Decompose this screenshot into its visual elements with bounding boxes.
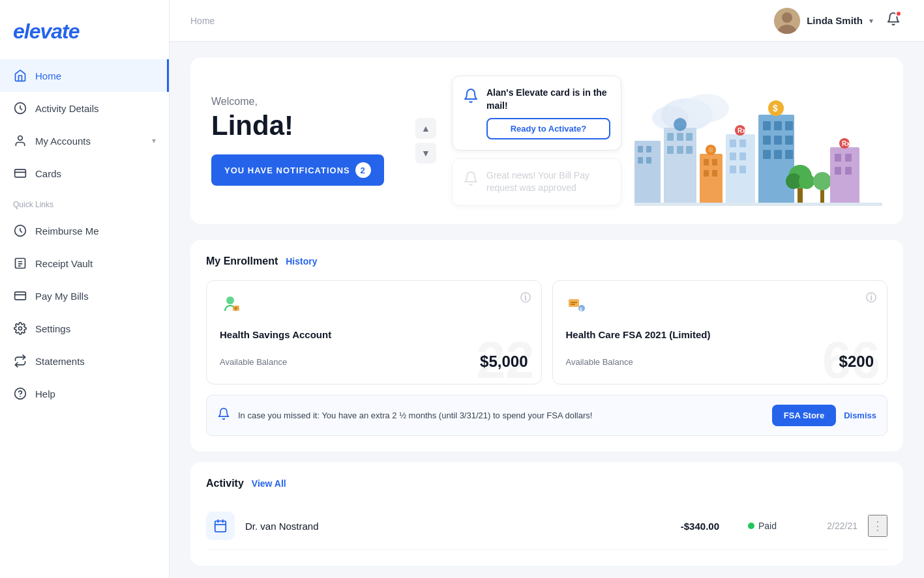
city-svg: Rx $	[634, 76, 882, 206]
avatar	[774, 8, 800, 34]
svg-rect-73	[845, 167, 852, 175]
notif-card-1-content: Alan's Elevate card is in the mail! Read…	[486, 87, 610, 139]
pay-bills-label: Pay My Bills	[35, 291, 89, 302]
welcome-left: Welcome, Linda! YOU HAVE NOTIFICATIONS 2	[211, 76, 413, 206]
sidebar-item-help[interactable]: Help	[0, 377, 169, 410]
sidebar-cards-label: Cards	[35, 168, 61, 179]
svg-rect-29	[667, 146, 674, 154]
sidebar: elevate Home Activity Details My Account…	[0, 0, 170, 578]
svg-rect-72	[835, 167, 841, 175]
sidebar-item-home[interactable]: Home	[0, 59, 169, 92]
svg-rect-48	[739, 166, 746, 173]
welcome-city-illustration: Rx $	[634, 76, 882, 206]
svg-rect-30	[677, 146, 683, 154]
sidebar-item-receipt-vault[interactable]: Receipt Vault	[0, 247, 169, 280]
fsa-icon: $	[566, 294, 874, 319]
welcome-name: Linda!	[211, 110, 413, 141]
carousel-up-button[interactable]: ▲	[415, 118, 436, 139]
cards-icon	[13, 166, 27, 181]
settings-icon	[13, 321, 27, 336]
notification-cards: Alan's Elevate card is in the mail! Read…	[439, 76, 634, 205]
enrollment-cards: ⓘ Health Savings Account Available Balan…	[206, 280, 887, 384]
notif-card-2-text: Great news! Your Bill Pay request was ap…	[486, 169, 610, 195]
activity-row-amount: -$340.00	[654, 521, 719, 532]
sidebar-item-pay-my-bills[interactable]: Pay My Bills	[0, 280, 169, 312]
enrollment-title: My Enrollment	[206, 255, 278, 267]
notification-bell-button[interactable]	[884, 9, 903, 32]
svg-rect-27	[677, 133, 683, 141]
notif-count-badge: 2	[355, 162, 371, 178]
sidebar-item-reimburse-me[interactable]: Reimburse Me	[0, 214, 169, 247]
svg-point-41	[708, 147, 713, 152]
svg-rect-44	[739, 139, 746, 147]
notifications-button[interactable]: YOU HAVE NOTIFICATIONS 2	[211, 154, 384, 186]
svg-rect-47	[730, 166, 736, 173]
svg-rect-38	[704, 170, 709, 177]
view-all-link[interactable]: View All	[252, 478, 286, 489]
carousel-down-button[interactable]: ▼	[415, 143, 436, 164]
notification-card-2: Great news! Your Bill Pay request was ap…	[452, 158, 621, 206]
history-link[interactable]: History	[286, 256, 317, 267]
svg-rect-57	[785, 136, 793, 145]
dismiss-button[interactable]: Dismiss	[844, 411, 876, 420]
fsa-notice-bell-icon	[217, 407, 230, 424]
svg-rect-37	[712, 159, 717, 166]
activity-row-icon	[206, 512, 235, 540]
fsa-info-icon[interactable]: ⓘ	[866, 291, 876, 305]
user-chevron-icon: ▾	[869, 16, 873, 25]
svg-rect-46	[739, 152, 746, 160]
hsa-watermark: 22	[477, 330, 535, 384]
svg-point-77	[226, 296, 234, 304]
sidebar-item-activity-details[interactable]: Activity Details	[0, 92, 169, 124]
fsa-store-button[interactable]: FSA Store	[772, 405, 836, 426]
svg-rect-28	[686, 133, 693, 141]
fsa-notice-text: In case you missed it: You have an extra…	[238, 411, 764, 420]
svg-rect-36	[704, 159, 709, 166]
svg-rect-86	[215, 521, 226, 532]
activity-row-more-button[interactable]: ⋮	[868, 515, 887, 537]
svg-rect-76	[634, 203, 882, 206]
svg-rect-53	[774, 121, 782, 130]
home-icon	[13, 68, 27, 83]
topbar: Home Linda Smith ▾	[170, 0, 924, 42]
svg-point-1	[18, 136, 23, 141]
svg-rect-31	[686, 146, 693, 154]
receipt-icon	[13, 256, 27, 270]
svg-rect-59	[774, 150, 782, 159]
logo: elevate	[0, 13, 169, 59]
status-text: Paid	[758, 521, 777, 531]
svg-point-15	[782, 12, 792, 23]
svg-rect-82	[571, 302, 577, 303]
hsa-info-icon[interactable]: ⓘ	[520, 291, 531, 305]
table-row: Dr. van Nostrand -$340.00 Paid 2/22/21 ⋮	[206, 502, 887, 550]
activity-row-date: 2/22/21	[805, 521, 857, 531]
activity-section: Activity View All Dr. van Nostrand -$340…	[190, 462, 903, 566]
sidebar-home-label: Home	[35, 70, 61, 81]
enrollment-header: My Enrollment History	[206, 255, 887, 267]
svg-rect-52	[763, 121, 771, 130]
svg-rect-9	[15, 292, 26, 300]
svg-rect-45	[730, 152, 736, 160]
sidebar-item-cards[interactable]: Cards	[0, 157, 169, 190]
sidebar-item-statements[interactable]: Statements	[0, 345, 169, 377]
bell-badge	[895, 10, 902, 17]
svg-point-66	[799, 173, 814, 189]
sidebar-accounts-label: My Accounts	[35, 136, 91, 147]
user-info[interactable]: Linda Smith ▾	[774, 8, 873, 34]
svg-text:$: $	[773, 103, 778, 113]
sidebar-item-my-accounts[interactable]: My Accounts ▾	[0, 124, 169, 157]
bell-notif-icon	[463, 88, 479, 108]
activate-button[interactable]: Ready to Activate?	[486, 118, 610, 139]
sidebar-item-settings[interactable]: Settings	[0, 312, 169, 345]
welcome-greeting: Welcome,	[211, 96, 413, 108]
accounts-chevron-icon: ▾	[152, 136, 156, 145]
settings-label: Settings	[35, 323, 70, 334]
activity-details-icon	[13, 101, 27, 115]
svg-text:Rx: Rx	[842, 140, 850, 147]
svg-rect-58	[763, 150, 771, 159]
svg-rect-70	[835, 154, 841, 162]
svg-rect-23	[638, 157, 643, 164]
svg-rect-21	[638, 146, 643, 152]
reimburse-icon	[13, 224, 27, 238]
svg-rect-43	[730, 139, 736, 147]
